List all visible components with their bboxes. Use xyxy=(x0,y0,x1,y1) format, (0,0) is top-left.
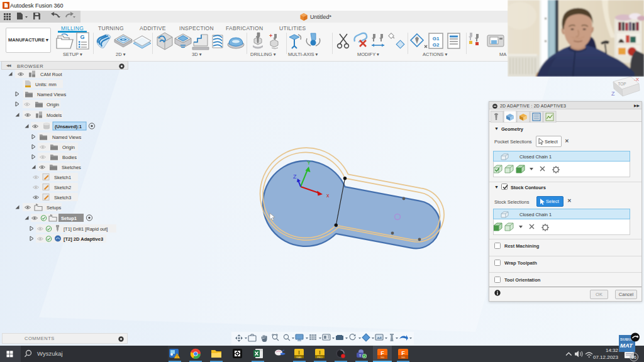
svg-text:F: F xyxy=(380,350,384,356)
svg-text:[T2] 2D Adaptive3: [T2] 2D Adaptive3 xyxy=(64,236,103,242)
svg-text:PRO: PRO xyxy=(317,356,323,359)
svg-text:Units: mm: Units: mm xyxy=(35,82,57,87)
svg-text:G2: G2 xyxy=(433,42,440,48)
svg-text:Sketch3: Sketch3 xyxy=(54,195,71,200)
svg-text:Setup1: Setup1 xyxy=(61,216,77,221)
svg-text:Sketch1: Sketch1 xyxy=(54,175,71,180)
svg-text:T: T xyxy=(359,354,362,358)
svg-text:Bodies: Bodies xyxy=(62,155,77,160)
svg-text:[T1] Drill1 [Rapid out]: [T1] Drill1 [Rapid out] xyxy=(64,226,108,232)
svg-text:Named Views: Named Views xyxy=(52,134,81,140)
svg-text:Y: Y xyxy=(307,160,311,166)
svg-text:!: ! xyxy=(177,354,178,358)
svg-text:Sketches: Sketches xyxy=(62,165,81,170)
svg-text:TOP: TOP xyxy=(618,82,626,86)
svg-text:(Unsaved):1: (Unsaved):1 xyxy=(55,124,82,129)
svg-text:Z: Z xyxy=(611,90,615,97)
svg-text:G: G xyxy=(80,34,84,40)
svg-text:26: 26 xyxy=(631,355,636,359)
svg-text:I: I xyxy=(319,349,320,356)
svg-text:360: 360 xyxy=(380,356,385,359)
svg-text:360: 360 xyxy=(401,356,406,359)
svg-text:G1: G1 xyxy=(433,36,440,41)
svg-text:I: I xyxy=(298,349,299,356)
svg-text:-X: -X xyxy=(634,77,640,82)
svg-text:Setups: Setups xyxy=(47,205,62,211)
svg-text:Sketch2: Sketch2 xyxy=(54,185,71,190)
svg-text:x: x xyxy=(326,192,330,199)
svg-text:F: F xyxy=(401,350,405,356)
svg-text:Models: Models xyxy=(47,112,62,118)
svg-text:Origin: Origin xyxy=(47,102,59,107)
svg-text:Z: Z xyxy=(293,173,297,180)
svg-text:Origin: Origin xyxy=(62,145,75,150)
svg-text:CAM Root: CAM Root xyxy=(40,72,63,77)
svg-text:+: + xyxy=(269,33,272,39)
svg-text:KAS: KAS xyxy=(296,356,301,359)
svg-text:Named Views: Named Views xyxy=(37,92,66,97)
